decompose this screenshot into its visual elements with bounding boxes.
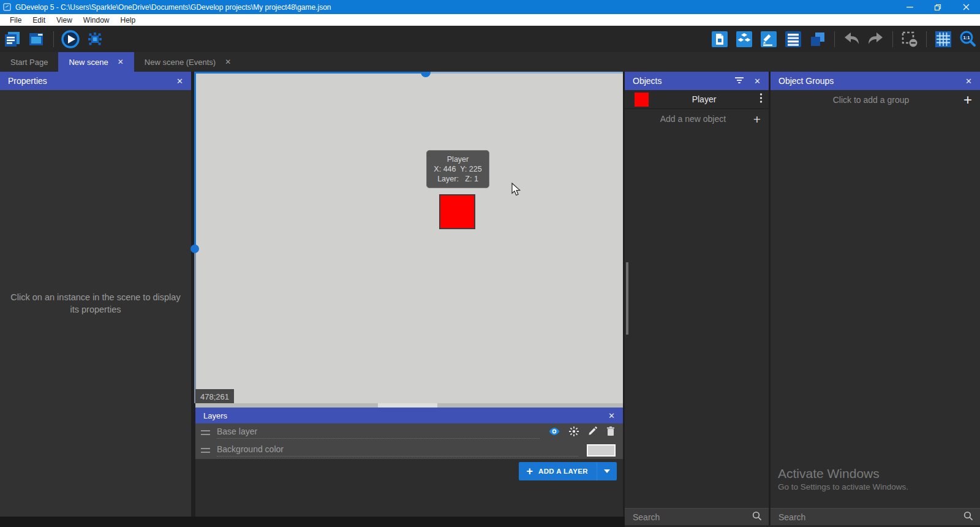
- menu-edit[interactable]: Edit: [27, 16, 51, 25]
- redo-icon[interactable]: [866, 29, 886, 49]
- menu-view[interactable]: View: [51, 16, 78, 25]
- properties-panel: Properties ✕ Click on an instance in the…: [0, 72, 191, 517]
- object-groups-header: Object Groups ✕: [771, 72, 980, 90]
- effects-flare-icon[interactable]: [568, 426, 579, 439]
- objects-panel: Objects ✕ Player Add a new object +: [625, 72, 769, 508]
- instances-list-icon[interactable]: [783, 29, 803, 49]
- filter-icon[interactable]: [734, 76, 744, 86]
- close-icon[interactable]: ✕: [176, 77, 183, 86]
- menu-window[interactable]: Window: [78, 16, 115, 25]
- toolbar: 1:1: [0, 26, 980, 52]
- player-instance[interactable]: [439, 194, 475, 229]
- scene-vscrollbar[interactable]: [194, 252, 196, 403]
- grid-icon[interactable]: [933, 29, 953, 49]
- layer-row-base[interactable]: Base layer: [195, 423, 623, 441]
- plus-icon: +: [526, 466, 533, 477]
- plus-icon: +: [963, 93, 972, 107]
- layers-header: Layers ✕: [195, 408, 623, 423]
- instance-tooltip: Player X: 446 Y: 225 Layer: Z: 1: [426, 150, 489, 188]
- visibility-eye-icon[interactable]: [548, 426, 560, 439]
- objects-header: Objects ✕: [625, 72, 769, 90]
- add-layer-button[interactable]: + ADD A LAYER: [519, 462, 617, 480]
- activate-windows-subtext: Go to Settings to activate Windows.: [778, 482, 908, 491]
- object-groups-title: Object Groups: [778, 76, 956, 86]
- undo-icon[interactable]: [842, 29, 861, 49]
- cursor-coordinates-label: 478;261: [195, 389, 234, 404]
- tab-new-scene[interactable]: New scene ✕: [58, 52, 134, 72]
- menubar: File Edit View Window Help: [0, 14, 980, 26]
- toolbar-separator: [53, 31, 54, 47]
- toolbar-separator: [926, 31, 927, 47]
- restore-button[interactable]: [924, 0, 952, 14]
- search-icon: [963, 511, 973, 523]
- layer-name-field[interactable]: Base layer: [217, 427, 540, 439]
- object-row-player[interactable]: Player: [625, 90, 769, 109]
- scene-vscrollbar[interactable]: [194, 72, 196, 246]
- bottom-strip: [0, 517, 625, 527]
- menu-file[interactable]: File: [4, 16, 27, 25]
- tab-bar: Start Page New scene ✕ New scene (Events…: [0, 52, 980, 72]
- svg-text:1:1: 1:1: [963, 35, 970, 40]
- objects-scrollbar-thumb[interactable]: [626, 262, 628, 335]
- tab-close-icon[interactable]: ✕: [225, 58, 231, 66]
- properties-header: Properties ✕: [0, 72, 191, 90]
- tooltip-object-name: Player: [447, 154, 469, 164]
- properties-empty-message: Click on an instance in the scene to dis…: [0, 291, 191, 316]
- search-icon: [752, 511, 762, 523]
- project-manager-icon[interactable]: [2, 29, 22, 49]
- edit-scene-properties-icon[interactable]: [759, 29, 778, 49]
- gdevelop-app-icon: [3, 3, 11, 11]
- add-object-icon[interactable]: [710, 29, 729, 49]
- toolbar-separator: [892, 31, 893, 47]
- zoom-original-icon[interactable]: 1:1: [958, 29, 978, 49]
- object-groups-search-input[interactable]: [777, 512, 963, 523]
- background-color-swatch[interactable]: [587, 444, 616, 457]
- plus-icon: +: [753, 113, 761, 126]
- activate-windows-watermark: Activate Windows: [778, 466, 880, 481]
- scene-bottom-scroll-thumb[interactable]: [378, 403, 437, 408]
- layers-toolbar-icon[interactable]: [808, 29, 827, 49]
- layer-row-background[interactable]: Background color: [195, 441, 623, 459]
- scene-hscrollbar[interactable]: [195, 72, 426, 74]
- debug-icon[interactable]: [85, 29, 105, 49]
- tooltip-layer: Layer: Z: 1: [437, 174, 478, 184]
- object-thumbnail: [635, 93, 649, 107]
- open-window-icon[interactable]: [27, 29, 47, 49]
- layers-title: Layers: [203, 411, 598, 420]
- tab-new-scene-events[interactable]: New scene (Events) ✕: [134, 52, 241, 72]
- objects-search-input[interactable]: [631, 512, 752, 523]
- scene-vscrollbar-thumb[interactable]: [190, 245, 199, 253]
- menu-help[interactable]: Help: [115, 16, 141, 25]
- tooltip-position: X: 446 Y: 225: [434, 164, 481, 174]
- toolbar-separator: [834, 31, 835, 47]
- play-icon[interactable]: [61, 29, 80, 49]
- scene-hscrollbar[interactable]: [426, 72, 623, 74]
- window-title: GDevelop 5 - C:\Users\Sparkle\OneDrive\D…: [15, 3, 895, 12]
- objects-title: Objects: [633, 76, 734, 86]
- properties-title: Properties: [8, 76, 167, 86]
- drag-handle-icon[interactable]: [201, 448, 210, 453]
- tab-start-page[interactable]: Start Page: [0, 52, 58, 72]
- layers-panel: Layers ✕ Base layer: [195, 408, 623, 517]
- tab-close-icon[interactable]: ✕: [118, 58, 124, 66]
- scene-canvas[interactable]: [195, 72, 623, 403]
- close-icon[interactable]: ✕: [608, 411, 615, 420]
- add-group-row[interactable]: Click to add a group +: [771, 90, 980, 110]
- objects-search: [625, 508, 769, 525]
- object-groups-icon[interactable]: [734, 29, 754, 49]
- mouse-cursor: [511, 183, 524, 200]
- mask-selection-icon[interactable]: [900, 29, 919, 49]
- background-color-label: Background color: [217, 444, 578, 457]
- delete-trash-icon[interactable]: [606, 426, 616, 439]
- minimize-button[interactable]: [895, 0, 924, 14]
- dropdown-caret-icon[interactable]: [597, 469, 617, 473]
- drag-handle-icon[interactable]: [201, 430, 210, 435]
- object-name: Player: [649, 94, 760, 104]
- kebab-menu-icon[interactable]: [760, 93, 763, 106]
- close-icon[interactable]: ✕: [754, 77, 761, 86]
- close-icon[interactable]: ✕: [965, 77, 972, 86]
- close-button[interactable]: [952, 0, 980, 14]
- object-groups-panel: Object Groups ✕ Click to add a group +: [771, 72, 980, 508]
- add-object-row[interactable]: Add a new object +: [625, 109, 769, 129]
- edit-pencil-icon[interactable]: [587, 426, 598, 439]
